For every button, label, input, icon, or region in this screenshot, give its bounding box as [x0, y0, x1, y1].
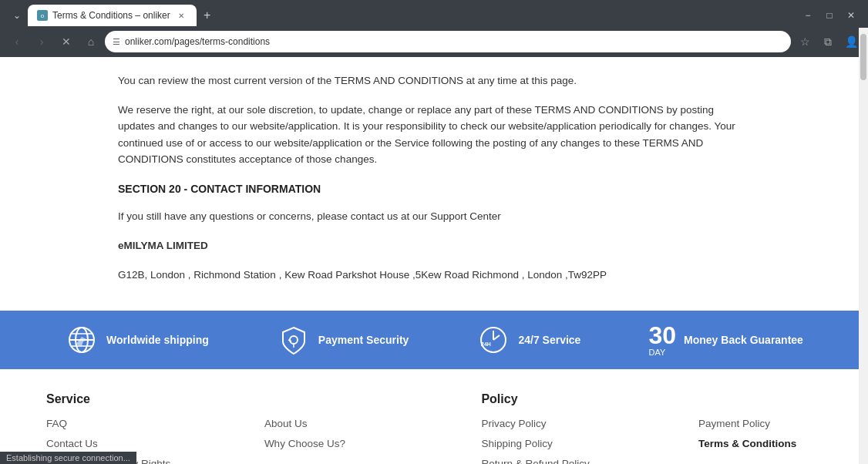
list-item: Terms & Conditions — [698, 437, 822, 449]
about-links: About Us Why Choose Us? — [264, 417, 388, 449]
bookmark-btn[interactable]: ☆ — [794, 31, 816, 52]
policy-title: Policy — [481, 392, 604, 406]
thirty-day-label: 30 DAY — [648, 323, 676, 357]
list-item: Privacy Policy — [481, 417, 604, 429]
article-section: You can review the most current version … — [87, 57, 781, 311]
svg-point-5 — [290, 336, 298, 344]
active-tab[interactable]: o Terms & Conditions – onliker ✕ — [28, 5, 197, 26]
privacy-link[interactable]: Privacy Policy — [481, 418, 546, 429]
stop-btn[interactable]: ✕ — [56, 31, 77, 52]
footer-nav: Service FAQ Contact Us Intellectual Prop… — [46, 392, 822, 464]
day-label: DAY — [648, 348, 665, 357]
scrollbar-thumb[interactable] — [860, 34, 866, 80]
tab-title: Terms & Conditions – onliker — [52, 10, 170, 21]
service-label: 24/7 Service — [518, 334, 580, 346]
scrollbar-track[interactable] — [859, 28, 868, 464]
about-us-link[interactable]: About Us — [264, 418, 308, 429]
list-item: Shipping Policy — [481, 437, 604, 449]
address-url: onliker.com/pages/terms-conditions — [125, 36, 783, 47]
address-bar[interactable]: ☰ onliker.com/pages/terms-conditions — [105, 31, 791, 52]
address-icon: ☰ — [113, 37, 120, 47]
footer-col-about: - About Us Why Choose Us? — [264, 392, 388, 464]
terms-para-1: You can review the most current version … — [118, 72, 750, 89]
feature-service: 24H 24/7 Service — [476, 323, 580, 357]
list-item: Payment Policy — [698, 417, 822, 429]
refund-link[interactable]: Return & Refund Policy — [481, 458, 589, 464]
footer-col-payment-policy: - Payment Policy Terms & Conditions — [698, 392, 822, 464]
list-item: Why Choose Us? — [264, 437, 388, 449]
faq-link[interactable]: FAQ — [46, 418, 67, 429]
tab-list-btn[interactable]: ⌄ — [6, 5, 28, 26]
why-choose-link[interactable]: Why Choose Us? — [264, 438, 345, 449]
contact-address: G12B, London , Richmond Station , Kew Ro… — [118, 267, 750, 284]
shipping-link[interactable]: Shipping Policy — [481, 438, 552, 449]
tab-favicon: o — [37, 10, 48, 21]
footer-col-policy: Policy Privacy Policy Shipping Policy Re… — [481, 392, 604, 464]
tab-bar: ⌄ o Terms & Conditions – onliker ✕ + − □… — [0, 0, 868, 26]
restore-btn[interactable]: □ — [819, 5, 840, 26]
feature-payment-security: Payment Security — [277, 323, 409, 357]
list-item: About Us — [264, 417, 388, 429]
status-bar: Establishing secure connection... — [0, 452, 136, 464]
forward-btn[interactable]: › — [31, 31, 52, 52]
minimize-btn[interactable]: − — [797, 5, 819, 26]
features-bar: Worldwide shipping Payment Security 2 — [0, 311, 868, 369]
browser-chrome: ⌄ o Terms & Conditions – onliker ✕ + − □… — [0, 0, 868, 57]
status-text: Establishing secure connection... — [6, 453, 130, 462]
worldwide-label: Worldwide shipping — [106, 334, 209, 346]
terms-para-2: We reserve the right, at our sole discre… — [118, 102, 750, 168]
svg-text:24H: 24H — [481, 341, 491, 347]
payment-policy-links: Payment Policy Terms & Conditions — [698, 417, 822, 449]
contact-para: If you still have any questions or conce… — [118, 208, 750, 225]
terms-link[interactable]: Terms & Conditions — [698, 438, 796, 449]
money-back-label: Money Back Guarantee — [684, 334, 803, 346]
contact-link[interactable]: Contact Us — [46, 438, 98, 449]
payment-security-label: Payment Security — [318, 334, 409, 346]
policy-links: Privacy Policy Shipping Policy Return & … — [481, 417, 604, 464]
worldwide-icon — [65, 323, 99, 357]
section-heading: SECTION 20 - CONTACT INFORMATION — [118, 180, 750, 197]
thirty-number: 30 — [648, 323, 676, 348]
address-bar-row: ‹ › ✕ ⌂ ☰ onliker.com/pages/terms-condit… — [0, 26, 868, 57]
payment-security-icon — [277, 323, 311, 357]
list-item: FAQ — [46, 417, 170, 429]
back-btn[interactable]: ‹ — [6, 31, 28, 52]
list-item: Contact Us — [46, 437, 170, 449]
close-window-btn[interactable]: ✕ — [840, 5, 862, 26]
feature-worldwide: Worldwide shipping — [65, 323, 209, 357]
new-tab-btn[interactable]: + — [197, 5, 218, 26]
contact-company: eMILYMA LIMITED — [118, 237, 750, 254]
page-content: You can review the most current version … — [0, 57, 868, 464]
home-btn[interactable]: ⌂ — [80, 31, 102, 52]
list-item: Return & Refund Policy — [481, 457, 604, 464]
feature-money-back: 30 DAY Money Back Guarantee — [648, 323, 802, 357]
service-icon: 24H — [476, 323, 510, 357]
service-title: Service — [46, 392, 170, 406]
footer: Service FAQ Contact Us Intellectual Prop… — [0, 369, 868, 464]
payment-policy-link[interactable]: Payment Policy — [698, 418, 770, 429]
tab-close-btn[interactable]: ✕ — [175, 9, 187, 22]
browser-actions: ☆ ⧉ 👤 — [794, 31, 862, 52]
svg-line-8 — [493, 335, 500, 340]
extensions-btn[interactable]: ⧉ — [817, 31, 839, 52]
